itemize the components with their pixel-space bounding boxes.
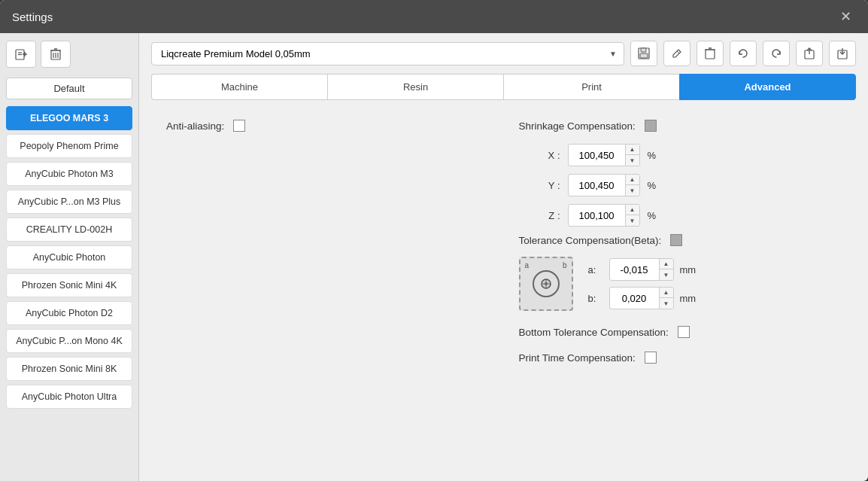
redo-icon xyxy=(770,47,782,59)
sidebar-item-elegoo-mars-3[interactable]: ELEGOO MARS 3 xyxy=(6,106,132,130)
sidebar-item-phrozen-sonic-mini-8k[interactable]: Phrozen Sonic Mini 8K xyxy=(6,357,132,381)
print-time-checkbox[interactable] xyxy=(645,352,657,364)
tolerance-body: a b xyxy=(519,257,842,311)
diagram-b-label: b xyxy=(563,261,567,269)
add-profile-button[interactable] xyxy=(6,41,36,68)
a-spin-down[interactable]: ▼ xyxy=(660,269,673,280)
tab-advanced[interactable]: Advanced xyxy=(679,74,856,100)
y-spin-btns: ▲ ▼ xyxy=(625,175,639,196)
y-spin-down[interactable]: ▼ xyxy=(626,185,639,196)
sidebar-controls xyxy=(6,41,132,68)
undo-icon xyxy=(737,47,749,59)
z-input-wrap: ▲ ▼ xyxy=(568,204,640,227)
left-col: Anti-aliasing: xyxy=(166,120,489,377)
tolerance-a-row: a: ▲ ▼ mm xyxy=(588,258,697,281)
b-input[interactable] xyxy=(610,290,659,307)
a-spin-btns: ▲ ▼ xyxy=(659,259,673,280)
tab-machine[interactable]: Machine xyxy=(151,74,327,100)
sidebar-item-creality-ld-002h[interactable]: CREALITY LD-002H xyxy=(6,218,132,242)
import-button[interactable] xyxy=(829,41,856,66)
b-spin-up[interactable]: ▲ xyxy=(660,288,673,298)
tolerance-header: Tolerance Compensation(Beta): xyxy=(519,234,842,246)
z-spin-up[interactable]: ▲ xyxy=(626,205,639,215)
y-spin-up[interactable]: ▲ xyxy=(626,175,639,185)
close-button[interactable]: ✕ xyxy=(835,6,856,27)
settings-dialog: Settings ✕ xyxy=(0,0,868,481)
shrinkage-label: Shrinkage Compensation: xyxy=(519,120,636,132)
y-input-wrap: ▲ ▼ xyxy=(568,174,640,196)
print-time-row: Print Time Compensation: xyxy=(519,352,842,364)
tab-bar: Machine Resin Print Advanced xyxy=(151,74,856,100)
svg-rect-15 xyxy=(706,50,715,59)
export-button[interactable] xyxy=(796,41,823,66)
tolerance-inner-icon xyxy=(539,276,554,291)
b-spin-btns: ▲ ▼ xyxy=(659,288,673,309)
undo-button[interactable] xyxy=(730,41,757,66)
shrinkage-checkbox[interactable] xyxy=(645,120,657,132)
sidebar-item-anycubic-photon[interactable]: AnyCubic Photon xyxy=(6,245,132,269)
z-label: Z : xyxy=(542,210,560,221)
diagram-a-label: a xyxy=(525,261,530,269)
anti-aliasing-row: Anti-aliasing: xyxy=(166,120,489,132)
sidebar-item-anycubic-photon-m3[interactable]: AnyCubic Photon M3 xyxy=(6,162,132,186)
shrinkage-header: Shrinkage Compensation: xyxy=(519,120,842,132)
import-icon xyxy=(836,47,848,59)
tolerance-diagram-circle xyxy=(533,270,560,297)
redo-button[interactable] xyxy=(763,41,790,66)
sidebar-item-anycubic-photon-ultra[interactable]: AnyCubic Photon Ultra xyxy=(6,385,132,409)
main-content: Default ELEGOO MARS 3 Peopoly Phenom Pri… xyxy=(0,33,868,481)
b-label: b: xyxy=(588,293,603,304)
z-input[interactable] xyxy=(569,207,625,224)
advanced-settings: Anti-aliasing: Shrinkage Compensation: X… xyxy=(151,112,856,385)
a-spin-up[interactable]: ▲ xyxy=(660,259,673,269)
trash2-icon xyxy=(705,47,715,59)
content-area: Liqcreate Premium Model 0,05mm xyxy=(139,33,868,481)
x-input-wrap: ▲ ▼ xyxy=(568,144,640,166)
tolerance-section: Tolerance Compensation(Beta): a b xyxy=(519,234,842,311)
a-label: a: xyxy=(588,264,603,276)
tolerance-params: a: ▲ ▼ mm xyxy=(588,258,697,309)
bottom-tolerance-checkbox[interactable] xyxy=(678,326,690,338)
sidebar-item-anycubic-photon-d2[interactable]: AnyCubic Photon D2 xyxy=(6,301,132,325)
x-spin-down[interactable]: ▼ xyxy=(626,155,639,166)
tab-print[interactable]: Print xyxy=(503,74,679,100)
tolerance-diagram: a b xyxy=(519,257,573,311)
anti-aliasing-label: Anti-aliasing: xyxy=(166,120,224,132)
x-spin-btns: ▲ ▼ xyxy=(625,145,639,166)
x-input[interactable] xyxy=(569,147,625,164)
save-profile-button[interactable] xyxy=(630,41,657,66)
edit-profile-button[interactable] xyxy=(663,41,690,66)
sidebar-item-peopoly-phenom-prime[interactable]: Peopoly Phenom Prime xyxy=(6,134,132,158)
sidebar-item-phrozen-sonic-mini-4k[interactable]: Phrozen Sonic Mini 4K xyxy=(6,273,132,297)
delete-selected-button[interactable] xyxy=(697,41,724,66)
tab-resin[interactable]: Resin xyxy=(327,74,503,100)
a-unit: mm xyxy=(680,264,697,276)
x-label: X : xyxy=(542,150,560,161)
z-spin-down[interactable]: ▼ xyxy=(626,215,639,226)
tolerance-checkbox[interactable] xyxy=(670,234,682,246)
y-unit: % xyxy=(648,180,657,191)
shrinkage-z-row: Z : ▲ ▼ % xyxy=(519,204,842,227)
z-spin-btns: ▲ ▼ xyxy=(625,205,639,226)
sidebar: Default ELEGOO MARS 3 Peopoly Phenom Pri… xyxy=(0,33,139,481)
b-spin-down[interactable]: ▼ xyxy=(660,298,673,309)
a-input-wrap: ▲ ▼ xyxy=(609,258,674,281)
a-input[interactable] xyxy=(610,261,659,279)
sidebar-item-anycubic-p-on-mono-4k[interactable]: AnyCubic P...on Mono 4K xyxy=(6,329,132,353)
x-spin-up[interactable]: ▲ xyxy=(626,145,639,155)
add-icon xyxy=(15,48,27,60)
delete-profile-button[interactable] xyxy=(41,41,71,68)
top-bar: Liqcreate Premium Model 0,05mm xyxy=(151,41,856,66)
tolerance-label: Tolerance Compensation(Beta): xyxy=(519,235,662,246)
svg-line-14 xyxy=(677,51,679,53)
default-button[interactable]: Default xyxy=(6,78,132,99)
y-input[interactable] xyxy=(569,177,625,194)
sidebar-item-anycubic-p-on-m3-plus[interactable]: AnyCubic P...on M3 Plus xyxy=(6,190,132,214)
edit-icon xyxy=(671,47,683,59)
x-unit: % xyxy=(648,150,657,161)
bottom-settings: Bottom Tolerance Compensation: Print Tim… xyxy=(519,326,842,364)
profile-select[interactable]: Liqcreate Premium Model 0,05mm xyxy=(151,42,624,65)
b-unit: mm xyxy=(680,293,697,304)
svg-rect-12 xyxy=(641,48,646,52)
anti-aliasing-checkbox[interactable] xyxy=(233,120,245,132)
